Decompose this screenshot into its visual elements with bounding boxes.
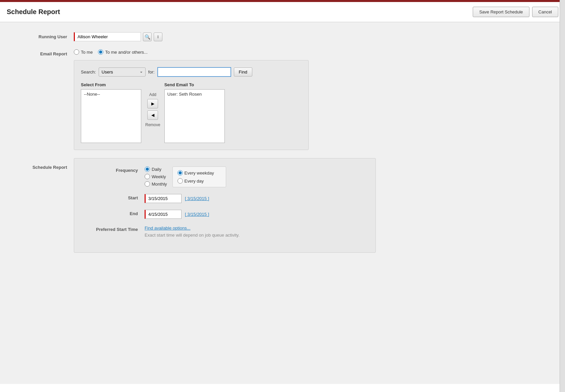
header-buttons: Save Report Schedule Cancel bbox=[473, 7, 558, 17]
arrow-left-icon: ◀ bbox=[151, 113, 154, 117]
every-day-option[interactable]: Every day bbox=[177, 178, 221, 184]
page-container: Schedule Report Save Report Schedule Can… bbox=[0, 0, 565, 392]
send-email-to-column: Send Email To User: Seth Rosen bbox=[164, 82, 225, 143]
send-email-to-label: Send Email To bbox=[164, 82, 225, 87]
end-date-row: [ 3/15/2015 ] bbox=[145, 210, 209, 219]
start-date-link[interactable]: [ 3/15/2015 ] bbox=[185, 196, 209, 201]
end-date-input[interactable] bbox=[145, 210, 182, 219]
email-to-others-option[interactable]: To me and/or others... bbox=[98, 49, 147, 55]
running-user-value: 🔍 i bbox=[74, 32, 552, 41]
frequency-options: Daily Weekly Monthly bbox=[145, 166, 167, 187]
frequency-weekly-option[interactable]: Weekly bbox=[145, 174, 167, 179]
email-to-me-label: To me bbox=[81, 50, 93, 55]
email-report-value: To me To me and/or others... Search: Use… bbox=[74, 49, 552, 150]
find-available-options-link[interactable]: Find available options... bbox=[145, 226, 191, 231]
end-date-link[interactable]: [ 3/15/2015 ] bbox=[185, 212, 209, 217]
email-report-options: To me To me and/or others... bbox=[74, 49, 552, 55]
email-to-others-label: To me and/or others... bbox=[105, 50, 147, 55]
select-from-none[interactable]: --None-- bbox=[83, 91, 140, 97]
for-label: for: bbox=[148, 69, 155, 75]
email-to-others-radio[interactable] bbox=[98, 49, 103, 55]
start-label: Start bbox=[84, 194, 145, 200]
preferred-start-time-label: Preferred Start Time bbox=[84, 226, 145, 232]
every-weekday-radio[interactable] bbox=[177, 170, 183, 176]
running-user-label: Running User bbox=[13, 32, 74, 39]
add-label: Add bbox=[149, 92, 156, 97]
send-email-to-list[interactable]: User: Seth Rosen bbox=[164, 89, 225, 143]
remove-label: Remove bbox=[145, 122, 160, 127]
frequency-value: Daily Weekly Monthly bbox=[145, 166, 226, 187]
frequency-weekly-label: Weekly bbox=[152, 174, 166, 179]
remove-button[interactable]: ◀ bbox=[147, 110, 158, 120]
frequency-monthly-option[interactable]: Monthly bbox=[145, 181, 167, 187]
page-title: Schedule Report bbox=[7, 8, 60, 16]
end-label: End bbox=[84, 210, 145, 216]
frequency-monthly-radio[interactable] bbox=[145, 181, 150, 187]
every-day-radio[interactable] bbox=[177, 178, 183, 184]
frequency-daily-radio[interactable] bbox=[145, 166, 150, 172]
find-button[interactable]: Find bbox=[234, 67, 252, 77]
search-for-input[interactable] bbox=[157, 67, 231, 77]
end-row: End [ 3/15/2015 ] bbox=[84, 210, 365, 219]
email-report-label: Email Report bbox=[13, 49, 74, 56]
running-user-input[interactable] bbox=[74, 32, 141, 41]
cancel-button[interactable]: Cancel bbox=[532, 7, 558, 17]
running-user-search-button[interactable]: 🔍 bbox=[143, 33, 152, 41]
frequency-label: Frequency bbox=[84, 166, 145, 173]
select-from-label: Select From bbox=[81, 82, 141, 87]
frequency-weekly-radio[interactable] bbox=[145, 174, 150, 179]
running-user-info-button[interactable]: i bbox=[154, 33, 162, 41]
frequency-daily-label: Daily bbox=[152, 167, 161, 172]
frequency-row: Frequency Daily Weekly bbox=[84, 166, 365, 187]
send-email-to-item[interactable]: User: Seth Rosen bbox=[166, 91, 223, 97]
every-weekday-label: Every weekday bbox=[185, 170, 214, 176]
transfer-controls: Add ▶ ◀ Remove bbox=[145, 82, 160, 127]
select-from-list[interactable]: --None-- bbox=[81, 89, 141, 143]
scrollbar[interactable] bbox=[560, 0, 565, 392]
preferred-start-time-value: Find available options... Exact start ti… bbox=[145, 226, 240, 238]
frequency-monthly-label: Monthly bbox=[152, 182, 167, 187]
email-report-row: Email Report To me To me and/or others..… bbox=[13, 49, 552, 150]
info-icon: i bbox=[157, 35, 158, 39]
email-to-me-radio[interactable] bbox=[74, 49, 79, 55]
schedule-report-section: Schedule Report Frequency Daily bbox=[13, 158, 552, 253]
start-date-row: [ 3/15/2015 ] bbox=[145, 194, 209, 203]
search-row: Search: Users for: Find bbox=[81, 67, 302, 77]
header: Schedule Report Save Report Schedule Can… bbox=[0, 2, 565, 22]
preferred-start-time-row: Preferred Start Time Find available opti… bbox=[84, 226, 365, 238]
running-user-field: 🔍 i bbox=[74, 32, 552, 41]
search-panel: Search: Users for: Find Select From bbox=[74, 60, 309, 150]
start-date-input[interactable] bbox=[145, 194, 182, 203]
time-note: Exact start time will depend on job queu… bbox=[145, 233, 240, 238]
running-user-row: Running User 🔍 i bbox=[13, 32, 552, 41]
main-content: Running User 🔍 i Email Report bbox=[0, 22, 565, 384]
email-to-me-option[interactable]: To me bbox=[74, 49, 93, 55]
every-day-label: Every day bbox=[185, 179, 204, 184]
select-from-column: Select From --None-- bbox=[81, 82, 141, 143]
every-weekday-option[interactable]: Every weekday bbox=[177, 170, 221, 176]
search-label: Search: bbox=[81, 69, 96, 75]
search-type-select[interactable]: Users bbox=[99, 67, 146, 77]
arrow-right-icon: ▶ bbox=[151, 101, 154, 106]
frequency-sub-options: Every weekday Every day bbox=[172, 166, 226, 187]
schedule-report-label: Schedule Report bbox=[13, 158, 74, 170]
add-button[interactable]: ▶ bbox=[147, 99, 158, 108]
save-report-schedule-button[interactable]: Save Report Schedule bbox=[473, 7, 529, 17]
frequency-daily-option[interactable]: Daily bbox=[145, 166, 167, 172]
transfer-area: Select From --None-- Add ▶ bbox=[81, 82, 302, 143]
schedule-panel: Frequency Daily Weekly bbox=[74, 158, 376, 253]
search-icon: 🔍 bbox=[145, 34, 150, 40]
start-row: Start [ 3/15/2015 ] bbox=[84, 194, 365, 203]
